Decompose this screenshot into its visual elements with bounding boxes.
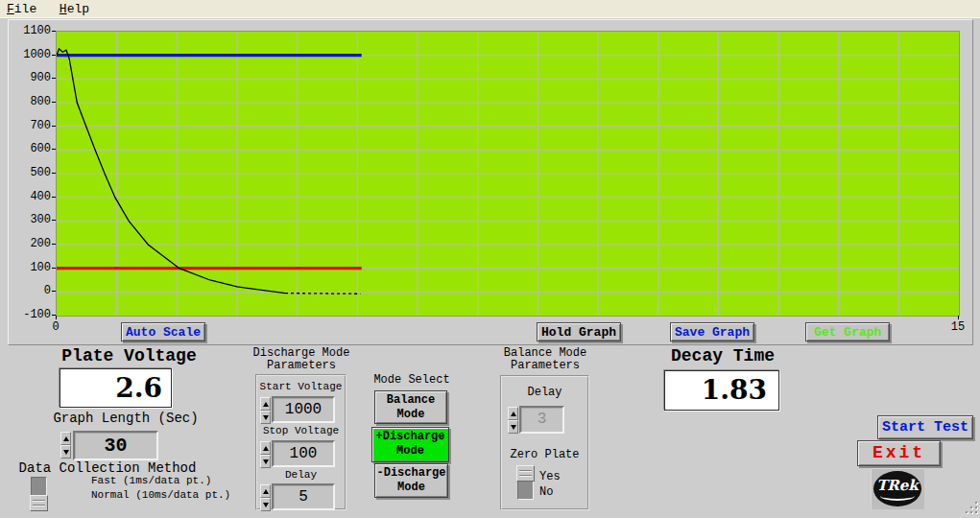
spin-down-icon [263, 415, 269, 420]
zero-plate-toggle[interactable] [517, 466, 534, 500]
stop-voltage-value[interactable]: 100 [272, 440, 335, 467]
hold-graph-button[interactable]: Hold Graph [537, 322, 621, 341]
discharge-params-title-1: Discharge Mode [250, 346, 353, 360]
y-tick-label: 200 [9, 236, 51, 251]
y-tick-label: 0 [9, 283, 51, 298]
resize-grip[interactable] [966, 502, 978, 514]
graph-length-spin-arrows [60, 432, 71, 459]
y-tick-mark [52, 244, 56, 245]
trek-logo-swoosh [880, 491, 915, 501]
spin-up-icon [63, 436, 69, 441]
spin-up-icon [263, 446, 269, 451]
y-tick-mark [52, 197, 56, 198]
toggle-handle[interactable] [30, 495, 48, 511]
y-tick-label: 300 [9, 212, 51, 227]
balance-mode-button[interactable]: Balance Mode [374, 390, 447, 424]
y-tick-label: 900 [9, 70, 51, 85]
spin-up-button[interactable] [260, 441, 271, 455]
y-tick-mark [52, 268, 56, 269]
y-tick-label: 600 [9, 141, 51, 156]
x-tick-mark [958, 316, 959, 319]
balance-params-title-1: Balance Mode [493, 346, 597, 360]
start-test-button[interactable]: Start Test [877, 415, 973, 439]
chart-panel: 0 15 Auto Scale Hold Graph Save Graph Ge… [8, 19, 973, 345]
spin-up-icon [263, 489, 269, 494]
trek-logo: TRek [871, 468, 924, 509]
stop-voltage-spin-arrows [260, 441, 271, 468]
discharge-params-panel: Start Voltage 1000 Stop Voltage 100 Dela… [255, 374, 347, 510]
spin-down-icon [511, 425, 516, 430]
button-label: Mode [375, 481, 447, 495]
button-label: Mode [375, 408, 446, 422]
get-graph-button[interactable]: Get Graph [805, 322, 890, 341]
balance-params-title-2: Parameters [493, 359, 597, 372]
trek-logo-oval: TRek [873, 471, 921, 506]
spin-up-icon [263, 402, 269, 407]
x-tick-label: 0 [49, 320, 62, 334]
y-tick-label: 1100 [9, 23, 51, 38]
zero-plate-option-no: No [539, 485, 553, 499]
spin-up-button[interactable] [260, 397, 271, 411]
y-tick-mark [52, 78, 56, 79]
y-tick-mark [52, 102, 56, 103]
discharge-delay-value[interactable]: 5 [272, 483, 335, 510]
spin-down-icon [263, 459, 269, 464]
spin-up-button[interactable] [60, 432, 71, 445]
start-voltage-label: Start Voltage [257, 381, 345, 392]
spin-up-icon [511, 412, 516, 416]
graph-length-label: Graph Length (Sec) [48, 411, 203, 426]
y-tick-mark [52, 31, 56, 32]
y-tick-label: 400 [9, 189, 51, 204]
y-tick-mark [52, 291, 56, 292]
toggle-handle[interactable] [516, 465, 535, 482]
button-label: Balance [375, 393, 446, 408]
mode-select-label: Mode Select [372, 373, 451, 387]
exit-button[interactable]: Exit [857, 440, 941, 466]
spin-down-icon [63, 450, 69, 455]
spin-down-button[interactable] [260, 498, 271, 511]
decay-plot [56, 31, 960, 317]
positive-discharge-mode-button[interactable]: +Discharge Mode [371, 427, 449, 462]
discharge-delay-label: Delay [257, 469, 345, 481]
y-tick-label: 800 [9, 94, 51, 109]
y-tick-label: 500 [9, 165, 51, 180]
y-tick-mark [52, 173, 56, 174]
graph-length-value[interactable]: 30 [73, 431, 158, 460]
spin-down-button[interactable] [260, 411, 271, 424]
zero-plate-label: Zero Plate [502, 448, 587, 461]
plate-voltage-title: Plate Voltage [50, 346, 208, 365]
start-voltage-value[interactable]: 1000 [272, 396, 335, 423]
plate-voltage-value: 2.6 [60, 368, 172, 408]
spin-up-button[interactable] [260, 484, 271, 498]
spin-up-button[interactable] [508, 407, 518, 420]
button-label: +Discharge [372, 430, 448, 444]
app-window: File Help 0 15 Auto Scale Hold Graph Sav… [0, 0, 980, 518]
y-tick-label: 700 [9, 118, 51, 133]
start-voltage-spin-arrows [260, 397, 271, 424]
menu-bar: File Help [0, 0, 980, 18]
menu-help[interactable]: Help [53, 1, 96, 16]
y-tick-mark [52, 126, 56, 127]
balance-delay-spin-arrows [508, 407, 518, 434]
button-label: Mode [372, 444, 448, 459]
y-tick-mark [52, 220, 56, 221]
spin-down-button[interactable] [260, 455, 271, 468]
x-tick-label: 15 [947, 320, 968, 334]
y-tick-mark [52, 149, 56, 150]
spin-down-button[interactable] [60, 445, 71, 459]
save-graph-button[interactable]: Save Graph [670, 322, 754, 341]
y-tick-label: -100 [9, 307, 51, 322]
button-label: -Discharge [375, 466, 447, 481]
data-collection-option-normal: Normal (10ms/data pt.) [91, 489, 230, 501]
auto-scale-button[interactable]: Auto Scale [121, 322, 205, 341]
menu-file[interactable]: File [0, 1, 43, 16]
spin-down-button[interactable] [508, 420, 518, 434]
y-tick-mark [52, 315, 56, 316]
data-collection-toggle[interactable] [31, 477, 47, 510]
data-collection-label: Data Collection Method [12, 460, 203, 476]
negative-discharge-mode-button[interactable]: -Discharge Mode [374, 463, 448, 498]
discharge-params-title-2: Parameters [250, 359, 353, 372]
balance-params-panel: Delay 3 Zero Plate Yes No [500, 375, 589, 510]
zero-plate-option-yes: Yes [539, 470, 561, 483]
balance-delay-value[interactable]: 3 [519, 406, 564, 434]
